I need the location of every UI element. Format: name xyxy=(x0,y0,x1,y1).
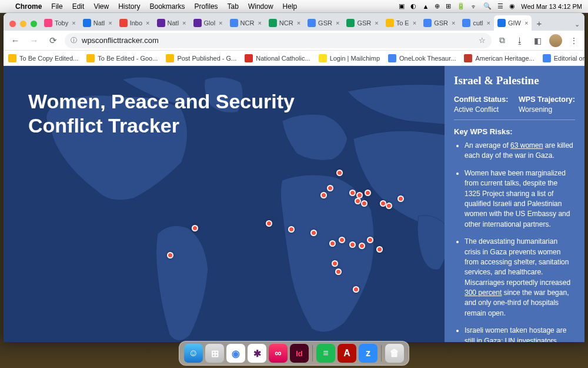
browser-tab[interactable]: Inbo× xyxy=(116,15,153,31)
bookmark-item[interactable]: Login | Mailchimp xyxy=(319,54,380,62)
bookmark-item[interactable]: National Catholic... xyxy=(245,54,310,62)
close-tab-icon[interactable]: × xyxy=(336,19,339,26)
minimize-button[interactable] xyxy=(20,21,26,27)
dock-app-cc[interactable]: ∞ xyxy=(269,344,288,363)
map-hotspot[interactable] xyxy=(167,252,173,258)
menu-help[interactable]: Help xyxy=(283,2,298,11)
side-panel-icon[interactable]: ◧ xyxy=(532,36,543,45)
search-icon[interactable]: 🔍 xyxy=(483,2,492,10)
link[interactable]: 63 women xyxy=(510,141,543,150)
map-hotspot[interactable] xyxy=(310,230,317,236)
map-hotspot[interactable] xyxy=(288,226,295,233)
downloads-icon[interactable]: ⭳ xyxy=(514,36,526,45)
browser-tab[interactable]: GSR× xyxy=(304,15,343,31)
dock-app-slack[interactable]: ✱ xyxy=(248,344,266,363)
close-tab-icon[interactable]: × xyxy=(487,19,490,26)
bookmark-item[interactable]: OneLook Thesaur... xyxy=(388,54,456,62)
close-tab-icon[interactable]: × xyxy=(452,19,455,26)
browser-tab[interactable]: Natl× xyxy=(153,15,190,31)
dock-app-indesign[interactable]: Id xyxy=(290,344,309,363)
extensions-icon[interactable]: ⧉ xyxy=(496,35,508,45)
status-icon[interactable]: ⊞ xyxy=(446,2,451,10)
map-hotspot[interactable] xyxy=(327,185,333,191)
map-hotspot[interactable] xyxy=(367,237,373,243)
map-hotspot[interactable] xyxy=(353,286,359,293)
close-tab-icon[interactable]: × xyxy=(524,19,528,26)
close-tab-icon[interactable]: × xyxy=(375,19,378,26)
browser-tab[interactable]: NCR× xyxy=(265,15,304,31)
battery-icon[interactable]: 🔋 xyxy=(457,2,465,10)
close-tab-icon[interactable]: × xyxy=(182,19,186,26)
status-icon[interactable]: ▲ xyxy=(422,3,429,10)
map-hotspot[interactable] xyxy=(266,220,272,227)
menu-tab[interactable]: Tab xyxy=(228,2,239,11)
map-hotspot[interactable] xyxy=(320,192,327,198)
close-tab-icon[interactable]: × xyxy=(72,19,75,26)
siri-icon[interactable]: ◉ xyxy=(509,2,515,10)
browser-tab[interactable]: Natl× xyxy=(79,15,116,31)
close-tab-icon[interactable]: × xyxy=(413,19,416,26)
dock-app-launchpad[interactable]: ⊞ xyxy=(205,344,224,363)
dock-app-zoom[interactable]: z xyxy=(359,344,377,363)
dock-app-acrobat[interactable]: A xyxy=(338,344,356,363)
map-hotspot[interactable] xyxy=(349,241,356,248)
map-hotspot[interactable] xyxy=(386,203,392,209)
bookmark-item[interactable]: American Heritage... xyxy=(464,54,534,62)
dock-app-finder[interactable]: ☺ xyxy=(184,344,203,363)
map-hotspot[interactable] xyxy=(339,237,345,243)
chrome-menu-icon[interactable]: ⋮ xyxy=(568,36,580,45)
map-hotspot[interactable] xyxy=(335,268,342,275)
dock-app-trash[interactable]: 🗑 xyxy=(385,344,404,363)
bookmark-item[interactable]: Editorial org struct... xyxy=(543,54,584,62)
app-name[interactable]: Chrome xyxy=(15,2,42,11)
map-hotspot[interactable] xyxy=(380,200,386,207)
map-hotspot[interactable] xyxy=(332,260,338,267)
wifi-icon[interactable]: ᯤ xyxy=(471,3,477,10)
map-hotspot[interactable] xyxy=(349,190,356,196)
menu-view[interactable]: View xyxy=(93,2,109,11)
forward-button[interactable]: → xyxy=(27,34,41,48)
status-icon[interactable]: ◐ xyxy=(410,2,416,10)
map-hotspot[interactable] xyxy=(397,195,404,202)
browser-tab[interactable]: GIW× xyxy=(494,15,532,31)
reload-button[interactable]: ⟳ xyxy=(46,34,60,48)
new-tab-button[interactable]: + xyxy=(532,18,546,31)
dock-app-spotify[interactable]: ≡ xyxy=(316,344,335,363)
map-hotspot[interactable] xyxy=(376,246,383,253)
menu-file[interactable]: File xyxy=(51,2,62,11)
close-tab-icon[interactable]: × xyxy=(219,19,222,26)
dock-app-chrome[interactable]: ◉ xyxy=(226,344,245,363)
close-tab-icon[interactable]: × xyxy=(108,19,112,26)
menu-edit[interactable]: Edit xyxy=(72,2,85,11)
browser-tab[interactable]: GSR× xyxy=(343,15,382,31)
browser-tab[interactable]: To E× xyxy=(382,15,420,31)
bookmark-item[interactable]: To Be Copy Edited... xyxy=(8,54,78,62)
map-hotspot[interactable] xyxy=(329,240,336,247)
close-tab-icon[interactable]: × xyxy=(258,19,261,26)
browser-tab[interactable]: Toby× xyxy=(41,15,79,31)
menu-window[interactable]: Window xyxy=(248,2,273,11)
bookmark-item[interactable]: Post Published - G... xyxy=(166,54,236,62)
close-tab-icon[interactable]: × xyxy=(146,19,149,26)
address-bar[interactable]: ⓘ wpsconflicttracker.com ☆ xyxy=(65,33,492,48)
control-center-icon[interactable]: ☰ xyxy=(497,2,503,10)
profile-avatar[interactable] xyxy=(549,34,562,47)
map-hotspot[interactable] xyxy=(336,170,343,176)
maximize-button[interactable] xyxy=(31,21,37,27)
menu-bookmarks[interactable]: Bookmarks xyxy=(150,2,185,11)
clock[interactable]: Wed Mar 13 4:12 PM xyxy=(521,3,582,10)
map-hotspot[interactable] xyxy=(192,225,198,231)
browser-tab[interactable]: NCR× xyxy=(226,15,265,31)
link[interactable]: 300 percent xyxy=(465,289,502,297)
browser-tab[interactable]: Glol× xyxy=(190,15,226,31)
map-hotspot[interactable] xyxy=(355,198,361,204)
map-hotspot[interactable] xyxy=(359,243,365,249)
menu-history[interactable]: History xyxy=(118,2,140,11)
browser-tab[interactable]: cutl× xyxy=(459,15,494,31)
close-tab-icon[interactable]: × xyxy=(297,19,300,26)
tab-overflow-button[interactable]: ⌄ xyxy=(570,21,584,31)
bookmark-item[interactable]: To Be Edited - Goo... xyxy=(86,54,158,62)
bookmark-star-icon[interactable]: ☆ xyxy=(479,36,486,45)
close-button[interactable] xyxy=(9,21,16,27)
map-hotspot[interactable] xyxy=(365,190,371,196)
